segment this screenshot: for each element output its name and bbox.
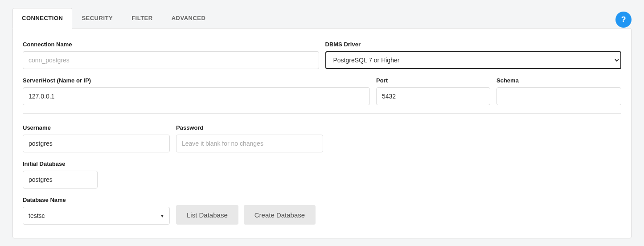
database-name-label: Database Name — [23, 197, 170, 203]
divider — [23, 113, 621, 114]
connection-name-label: Connection Name — [23, 41, 319, 48]
username-label: Username — [23, 124, 170, 131]
port-input[interactable] — [376, 87, 490, 105]
tab-advanced[interactable]: ADVANCED — [162, 8, 215, 28]
schema-label: Schema — [496, 77, 621, 84]
password-input[interactable] — [176, 135, 323, 152]
tab-connection[interactable]: CONNECTION — [12, 8, 72, 29]
tab-filter[interactable]: FILTER — [122, 8, 162, 28]
create-database-button[interactable]: Create Database — [244, 205, 316, 225]
dbms-driver-label: DBMS Driver — [325, 41, 622, 48]
initial-database-label: Initial Database — [23, 160, 98, 167]
initial-database-input[interactable] — [23, 171, 98, 189]
list-database-button[interactable]: List Database — [176, 205, 238, 225]
username-input[interactable] — [23, 135, 170, 152]
database-name-input[interactable] — [23, 207, 170, 225]
server-host-label: Server/Host (Name or IP) — [23, 77, 370, 84]
help-button[interactable]: ? — [615, 12, 632, 28]
connection-name-input[interactable] — [23, 51, 319, 69]
tab-security[interactable]: SECURITY — [72, 8, 122, 28]
server-host-input[interactable] — [23, 87, 370, 105]
tab-bar: CONNECTION SECURITY FILTER ADVANCED — [12, 8, 632, 28]
password-label: Password — [176, 124, 323, 131]
schema-input[interactable] — [496, 87, 621, 105]
dbms-driver-select[interactable]: PostgreSQL 7 or Higher — [325, 51, 622, 69]
connection-panel: Connection Name DBMS Driver PostgreSQL 7… — [12, 28, 632, 238]
port-label: Port — [376, 77, 490, 84]
help-icon: ? — [621, 15, 626, 25]
